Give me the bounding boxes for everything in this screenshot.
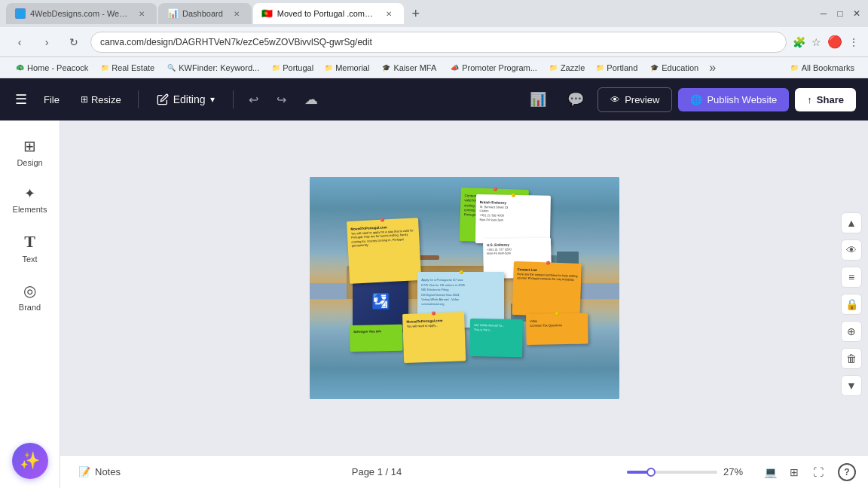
panel-down-button[interactable]: ▼ bbox=[841, 375, 862, 396]
sidebar-item-text[interactable]: T Text bbox=[5, 224, 56, 271]
elements-icon: ✦ bbox=[24, 185, 35, 202]
bookmarks-all-button[interactable]: 📁 All Bookmarks bbox=[786, 62, 859, 74]
cloud-save-button[interactable]: ☁ bbox=[298, 87, 324, 112]
bookmark-portugal[interactable]: 📁 Portugal bbox=[267, 62, 318, 74]
bookmark-education[interactable]: 🎓 Education bbox=[643, 59, 704, 76]
bookmarks-bar: 🦚 Home - Peacock 📁 Real Estate 🔍 KWFinde… bbox=[0, 57, 868, 78]
sticky-orange-tax[interactable]: VideoCommon Tax Questions bbox=[526, 313, 588, 346]
preview-button[interactable]: 👁 Preview bbox=[598, 87, 672, 112]
panel-list-button[interactable]: ≡ bbox=[841, 267, 862, 288]
sidebar-item-design[interactable]: ⊞ Design bbox=[5, 130, 56, 175]
canvas-image: Content to go here for a stay that is va… bbox=[310, 177, 619, 399]
close-button[interactable]: ✕ bbox=[851, 8, 862, 19]
panel-delete-button[interactable]: 🗑 bbox=[841, 348, 862, 369]
bookmark-folder-icon: 📁 bbox=[100, 63, 109, 72]
tab-3-label: Moved to Portugal .com - Web bbox=[277, 9, 375, 18]
url-text: canva.com/design/DAGRHTVeN7k/ezCe5wZOVBi… bbox=[100, 37, 777, 47]
bookmark-kaiser-icon: 🎓 bbox=[381, 63, 390, 72]
editing-button[interactable]: Editing ▾ bbox=[148, 89, 224, 110]
bookmark-icon[interactable]: ☆ bbox=[811, 36, 821, 48]
toolbar: ☰ File ⊞ Resize Editing ▾ ↩ ↪ ☁ 📊 💬 👁 Pr… bbox=[0, 78, 868, 120]
bookmark-education-icon: 🎓 bbox=[649, 63, 659, 72]
bookmark-promoter-label: Promoter Program... bbox=[462, 63, 537, 72]
forward-button[interactable]: › bbox=[36, 32, 57, 53]
bookmark-memorial-label: Memorial bbox=[335, 63, 369, 72]
browser-chrome: 🌐 4WebDesigns.com - Website - ✕ 📊 Dashbo… bbox=[0, 0, 868, 78]
magic-icon: ✨ bbox=[20, 451, 40, 471]
sidebar: ⊞ Design ✦ Elements T Text ◎ Brand ✨ bbox=[0, 120, 60, 488]
comment-button[interactable]: 💬 bbox=[560, 87, 591, 112]
address-bar-icons: 🧩 ☆ 🔴 ⋮ bbox=[793, 35, 859, 49]
publish-button[interactable]: 🌐 Publish Website bbox=[678, 88, 789, 111]
undo-button[interactable]: ↩ bbox=[243, 88, 264, 111]
back-button[interactable]: ‹ bbox=[9, 32, 30, 53]
bookmark-portland[interactable]: 📁 Portland bbox=[591, 62, 642, 74]
bookmark-kaiser-label: Kaiser MFA bbox=[393, 63, 436, 72]
publish-icon: 🌐 bbox=[690, 94, 702, 105]
sticky-orange-contact[interactable]: Contact List Here are the contact number… bbox=[512, 261, 582, 317]
notes-button[interactable]: 📝 Notes bbox=[72, 463, 127, 480]
sticky-yellow-left[interactable]: MovedToPortugal.com You will need to app… bbox=[347, 218, 421, 283]
url-bar[interactable]: canva.com/design/DAGRHTVeN7k/ezCe5wZOVBi… bbox=[90, 32, 787, 53]
magic-button[interactable]: ✨ bbox=[12, 443, 48, 479]
tab-1-close[interactable]: ✕ bbox=[136, 8, 148, 20]
tab-3-close[interactable]: ✕ bbox=[383, 8, 395, 20]
reload-button[interactable]: ↻ bbox=[63, 32, 84, 53]
tab-controls: ─ □ ✕ bbox=[818, 8, 862, 19]
panel-add-button[interactable]: ⊕ bbox=[841, 321, 862, 342]
profile-icon[interactable]: 🔴 bbox=[827, 35, 842, 49]
share-button[interactable]: ↑ Share bbox=[795, 88, 856, 111]
menu-icon[interactable]: ⋮ bbox=[848, 36, 859, 48]
bookmark-peacock-icon: 🦚 bbox=[15, 63, 24, 72]
design-label: Design bbox=[17, 158, 42, 167]
bookmark-zazzle-label: Zazzle bbox=[561, 63, 585, 72]
panel-up-button[interactable]: ▲ bbox=[841, 212, 862, 233]
panel-visibility-button[interactable]: 👁 bbox=[841, 239, 862, 261]
maximize-button[interactable]: □ bbox=[835, 8, 845, 19]
tab-3-favicon: 🇵🇹 bbox=[262, 8, 273, 19]
tab-add-button[interactable]: + bbox=[405, 3, 426, 24]
app-layout: ☰ File ⊞ Resize Editing ▾ ↩ ↪ ☁ 📊 💬 👁 Pr… bbox=[0, 78, 868, 488]
desktop-view-button[interactable]: 💻 bbox=[760, 462, 781, 483]
panel-controls: ▲ 👁 ≡ 🔒 ⊕ 🗑 ▼ bbox=[835, 206, 868, 402]
zoom-slider[interactable] bbox=[627, 471, 717, 474]
editing-chevron: ▾ bbox=[210, 94, 215, 105]
sidebar-item-elements[interactable]: ✦ Elements bbox=[5, 178, 56, 221]
tab-1[interactable]: 🌐 4WebDesigns.com - Website - ✕ bbox=[6, 3, 157, 24]
bookmark-promoter[interactable]: 📣 Promoter Program... bbox=[444, 59, 543, 76]
bookmarks-all-label: All Bookmarks bbox=[802, 63, 854, 72]
bookmark-memorial[interactable]: 📁 Memorial bbox=[319, 62, 374, 74]
zoom-slider-thumb[interactable] bbox=[646, 468, 656, 477]
bookmark-kaiser[interactable]: 🎓 Kaiser MFA bbox=[375, 59, 442, 76]
tab-2-close[interactable]: ✕ bbox=[231, 8, 243, 20]
elements-label: Elements bbox=[13, 205, 47, 214]
text-icon: T bbox=[24, 232, 35, 252]
extensions-icon[interactable]: 🧩 bbox=[793, 36, 805, 48]
help-button[interactable]: ? bbox=[838, 463, 856, 481]
fullscreen-button[interactable]: ⛶ bbox=[808, 462, 829, 483]
bookmark-education-label: Education bbox=[662, 63, 698, 72]
pushpin-blue bbox=[460, 270, 463, 274]
resize-button[interactable]: ⊞ Resize bbox=[73, 90, 129, 110]
file-button[interactable]: File bbox=[36, 90, 67, 110]
tab-2-favicon: 📊 bbox=[167, 8, 178, 19]
sidebar-item-brand[interactable]: ◎ Brand bbox=[5, 274, 56, 319]
tab-3[interactable]: 🇵🇹 Moved to Portugal .com - Web ✕ bbox=[253, 3, 404, 24]
tab-2[interactable]: 📊 Dashboard ✕ bbox=[158, 3, 252, 24]
grid-view-button[interactable]: ⊞ bbox=[784, 462, 805, 483]
bookmark-kwfinder[interactable]: 🔍 KWFinder: Keyword... bbox=[160, 59, 265, 76]
hamburger-button[interactable]: ☰ bbox=[12, 88, 30, 111]
minimize-button[interactable]: ─ bbox=[818, 8, 829, 19]
sticky-teal-vat[interactable]: VAT While Abroad To...This is the c... bbox=[469, 319, 523, 357]
panel-lock-button[interactable]: 🔒 bbox=[841, 294, 862, 315]
bookmarks-more-button[interactable]: » bbox=[706, 61, 719, 75]
bookmark-portland-icon: 📁 bbox=[595, 63, 604, 72]
design-icon: ⊞ bbox=[23, 137, 36, 155]
bookmark-real-estate[interactable]: 📁 Real Estate bbox=[96, 62, 159, 74]
sticky-yellow-bottom[interactable]: MovedToPortugal.com You will need to app… bbox=[402, 313, 466, 364]
chart-button[interactable]: 📊 bbox=[522, 87, 554, 112]
bookmark-zazzle[interactable]: 📁 Zazzle bbox=[545, 62, 589, 74]
redo-button[interactable]: ↪ bbox=[270, 88, 292, 111]
sticky-green-schengen[interactable]: Schengen Visa Info bbox=[350, 325, 402, 352]
bookmark-peacock[interactable]: 🦚 Home - Peacock bbox=[9, 59, 94, 76]
